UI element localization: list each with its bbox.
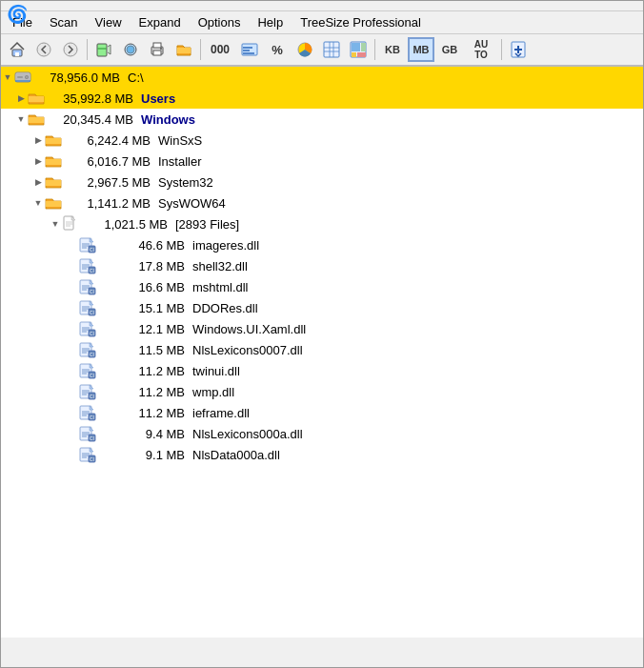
file-name: wmp.dll [192,385,234,399]
gb-button[interactable]: GB [436,37,463,62]
export-button[interactable] [506,37,531,62]
tree-row[interactable]: ▼ 1,141.2 MB SysWOW64 [1,192,643,213]
tree-row[interactable]: CI 46.6 MB imageres.dll [1,234,643,255]
dll-icon: CI [79,320,96,337]
dll-icon: CI [79,278,96,295]
folder-tree-icon [28,111,45,127]
tree-row[interactable]: CI 11.2 MB wmp.dll [1,381,643,402]
print-button[interactable] [145,37,170,62]
svg-rect-25 [352,52,356,57]
dll-icon: CI [79,446,96,463]
collapse-icon[interactable]: ▼ [1,71,14,84]
expand-icon[interactable]: ▶ [31,175,45,189]
tree-row[interactable]: CI 12.1 MB Windows.UI.Xaml.dll [1,318,643,339]
file-size: 46.6 MB [99,238,185,253]
treemap-button[interactable] [346,37,371,62]
file-size: 78,956.0 MB [34,71,120,85]
tree-row[interactable]: ▼ 1,021.5 MB [2893 Files] [1,213,643,234]
collapse-icon[interactable]: ▼ [14,112,28,126]
file-name: [2893 Files] [175,217,239,232]
refresh-button[interactable] [118,37,143,62]
collapse-icon[interactable]: ▼ [49,217,62,231]
sep1 [87,39,88,60]
svg-text:CI: CI [90,456,94,462]
svg-rect-10 [153,51,161,55]
menu-treesize-pro[interactable]: TreeSize Professional [292,13,429,31]
dll-icon: CI [79,362,96,379]
tree-row[interactable]: CI 11.2 MB ieframe.dll [1,402,643,423]
dll-icon: CI [79,383,96,400]
file-name: mshtml.dll [192,280,249,294]
file-size: 11.2 MB [99,385,185,399]
file-name: NlsData000a.dll [192,448,280,462]
collapse-icon[interactable]: ▼ [31,196,45,210]
title-bar: 🌀 [1,1,643,11]
percent-button[interactable]: % [264,37,291,62]
forward-button[interactable] [58,37,83,62]
kb-button[interactable]: KB [379,37,406,62]
menu-view[interactable]: View [88,13,130,31]
tree-row[interactable]: ▶ 35,992.8 MB Users [1,88,643,109]
file-name: shell32.dll [192,259,248,273]
home-icon [9,41,26,58]
tree-row[interactable]: CI 16.6 MB mshtml.dll [1,276,643,297]
folder-icon [45,132,62,149]
file-name: DDORes.dll [192,301,258,315]
tree-row[interactable]: ▶ 2,967.5 MB System32 [1,172,643,192]
file-size: 11.2 MB [99,364,185,378]
pie-button[interactable] [292,37,317,62]
file-name: Windows [141,112,195,127]
tree-row[interactable]: ▼ 78,956.0 MB C:\ [1,67,643,88]
svg-point-2 [37,43,50,56]
expand-icon[interactable]: ▶ [31,133,45,147]
file-size: 16.6 MB [99,280,185,294]
expand-icon[interactable]: ▶ [31,154,45,168]
folder-icon [45,152,62,170]
bar-view-button[interactable] [237,37,262,62]
mb-button[interactable]: MB [408,37,434,62]
svg-point-7 [127,46,134,53]
file-size: 2,967.5 MB [65,175,151,190]
auto-button[interactable]: AUTO [465,37,497,62]
tree-row[interactable]: CI 15.1 MB DDORes.dll [1,297,643,318]
dll-icon: CI [79,236,96,253]
svg-text:CI: CI [90,435,94,441]
file-icon [63,215,78,233]
grid-button[interactable] [319,37,344,62]
folder-icon [28,90,45,107]
home-button[interactable] [5,37,30,62]
back-icon [36,42,51,57]
svg-rect-14 [243,50,250,51]
scan-icon [95,41,112,58]
scan-button[interactable] [91,37,116,62]
menu-help[interactable]: Help [250,13,291,31]
file-name: Installer [158,154,202,169]
tree-row[interactable]: CI 11.5 MB NlsLexicons0007.dll [1,339,643,360]
svg-text:CI: CI [90,310,94,315]
file-name: imageres.dll [192,238,259,253]
svg-text:CI: CI [90,352,94,357]
tree-row[interactable]: CI 17.8 MB shell32.dll [1,255,643,276]
svg-rect-17 [324,42,339,57]
file-name: NlsLexicons0007.dll [192,343,303,357]
tree-row[interactable]: ▶ 6,016.7 MB Installer [1,151,643,172]
dll-icon: CI [79,299,96,316]
svg-point-11 [160,48,162,50]
folder-button[interactable] [171,37,196,62]
export-icon [511,41,526,58]
back-button[interactable] [31,37,56,62]
file-name: Users [141,91,175,106]
file-size: 1,021.5 MB [82,217,168,232]
tree-row[interactable]: CI 11.2 MB twinui.dll [1,360,643,381]
tree-row[interactable]: ▼ 20,345.4 MB Windows [1,109,643,130]
menu-options[interactable]: Options [191,13,249,31]
svg-rect-26 [357,52,366,57]
tree-row[interactable]: CI 9.4 MB NlsLexicons000a.dll [1,423,643,444]
000-button[interactable]: 000 [205,37,235,62]
menu-scan[interactable]: Scan [42,13,86,31]
tree-row[interactable]: ▶ 6,242.4 MB WinSxS [1,130,643,151]
tree-row[interactable]: CI 9.1 MB NlsData000a.dll [1,444,643,465]
tree-view[interactable]: ▼ 78,956.0 MB C:\ ▶ 35,992.8 MB Users ▼ … [1,67,643,638]
expand-icon[interactable]: ▶ [14,91,28,105]
menu-expand[interactable]: Expand [131,13,189,31]
